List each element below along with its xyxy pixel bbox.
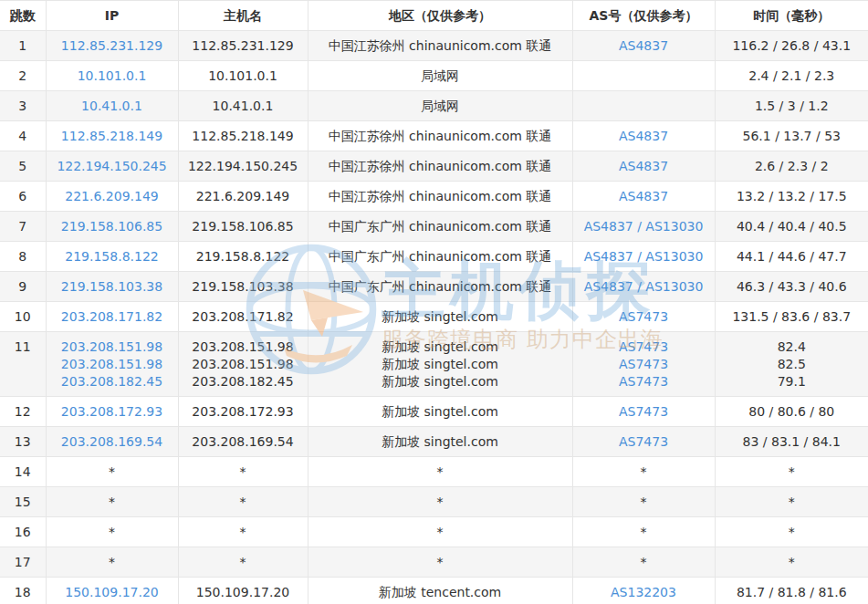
col-header-asn: AS号（仅供参考） xyxy=(572,1,715,31)
hop-value: 4 xyxy=(18,129,26,143)
host-value: 203.208.151.98 xyxy=(192,339,293,354)
time-value: 13.2 / 13.2 / 17.5 xyxy=(737,189,847,203)
table-row: 15***** xyxy=(0,487,868,517)
region-cell: * xyxy=(308,457,572,487)
ip-link[interactable]: 10.101.0.1 xyxy=(78,68,147,83)
table-row: 310.41.0.110.41.0.1局域网1.5 / 3 / 1.2 xyxy=(0,91,868,121)
host-value: * xyxy=(240,464,246,479)
time-value: 1.5 / 3 / 1.2 xyxy=(755,99,829,113)
ip-value: * xyxy=(109,555,115,569)
time-cell: 40.4 / 40.4 / 40.5 xyxy=(715,212,868,242)
region-cell: 局域网 xyxy=(308,91,572,121)
asn-value: * xyxy=(641,555,647,569)
time-value: * xyxy=(789,464,795,479)
time-value: 131.5 / 83.6 / 83.7 xyxy=(732,309,851,324)
host-value: 112.85.218.149 xyxy=(192,129,293,143)
ip-link[interactable]: 203.208.169.54 xyxy=(61,434,162,449)
time-cell: 13.2 / 13.2 / 17.5 xyxy=(715,182,868,212)
ip-link[interactable]: 122.194.150.245 xyxy=(57,159,166,173)
region-cell: 局域网 xyxy=(308,61,572,91)
asn-link[interactable]: AS7473 xyxy=(619,374,668,389)
asn-link[interactable]: AS7473 xyxy=(619,434,668,449)
time-cell: 2.4 / 2.1 / 2.3 xyxy=(715,61,868,91)
region-cell: 中国广东广州 chinaunicom.com 联通 xyxy=(308,212,572,242)
region-value: 中国江苏徐州 chinaunicom.com 联通 xyxy=(329,129,552,143)
table-row: 210.101.0.110.101.0.1局域网2.4 / 2.1 / 2.3 xyxy=(0,61,868,91)
asn-value: * xyxy=(641,495,647,509)
hop-value: 11 xyxy=(15,339,31,354)
host-cell: * xyxy=(178,457,308,487)
hop-value: 8 xyxy=(18,249,26,264)
region-value: * xyxy=(437,555,444,569)
ip-link[interactable]: 10.41.0.1 xyxy=(81,99,142,113)
asn-link[interactable]: AS4837 xyxy=(619,189,668,203)
ip-cell: 10.41.0.1 xyxy=(46,91,178,121)
col-header-time: 时间（毫秒） xyxy=(715,1,868,31)
ip-link[interactable]: 203.208.172.93 xyxy=(61,404,162,419)
time-cell: 46.3 / 43.3 / 40.6 xyxy=(715,272,868,302)
ip-cell: 219.158.106.85 xyxy=(46,212,178,242)
host-value: 203.208.151.98 xyxy=(192,357,293,371)
asn-link[interactable]: AS4837 / AS13030 xyxy=(584,249,704,264)
asn-cell: * xyxy=(572,517,715,547)
asn-link[interactable]: AS4837 xyxy=(619,159,668,173)
ip-link[interactable]: 112.85.231.129 xyxy=(61,38,162,53)
host-value: 219.158.8.122 xyxy=(196,249,289,264)
host-cell: 10.101.0.1 xyxy=(178,61,308,91)
table-row: 11203.208.151.98203.208.151.98203.208.18… xyxy=(0,332,868,397)
time-cell: 80 / 80.6 / 80 xyxy=(715,397,868,427)
region-value: 中国广东广州 chinaunicom.com 联通 xyxy=(329,219,552,234)
asn-link[interactable]: AS7473 xyxy=(619,339,668,354)
asn-cell: AS4837 / AS13030 xyxy=(572,242,715,272)
ip-link[interactable]: 221.6.209.149 xyxy=(65,189,158,203)
host-cell: 203.208.169.54 xyxy=(178,427,308,457)
asn-link[interactable]: AS7473 xyxy=(619,309,668,324)
time-cell: 56.1 / 13.7 / 53 xyxy=(715,121,868,151)
host-value: 10.101.0.1 xyxy=(208,68,277,83)
ip-link[interactable]: 203.208.151.98 xyxy=(61,339,162,354)
asn-link[interactable]: AS7473 xyxy=(619,357,668,371)
asn-link[interactable]: AS4837 / AS13030 xyxy=(584,219,704,234)
hop-value: 17 xyxy=(15,555,31,569)
asn-link[interactable]: AS4837 xyxy=(619,38,668,53)
region-value: 新加坡 singtel.com xyxy=(382,339,498,354)
host-cell: * xyxy=(178,487,308,517)
ip-cell: 150.109.17.20 xyxy=(46,578,178,604)
asn-value: * xyxy=(641,525,647,539)
asn-link[interactable]: AS7473 xyxy=(619,404,668,419)
hop-value: 13 xyxy=(15,434,31,449)
table-row: 8219.158.8.122219.158.8.122中国广东广州 chinau… xyxy=(0,242,868,272)
region-cell: * xyxy=(308,547,572,578)
hop-cell: 8 xyxy=(0,242,46,272)
ip-cell: * xyxy=(46,517,178,547)
ip-link[interactable]: 203.208.151.98 xyxy=(61,357,162,371)
ip-link[interactable]: 203.208.171.82 xyxy=(61,309,162,324)
ip-link[interactable]: 150.109.17.20 xyxy=(65,585,158,599)
ip-link[interactable]: 219.158.8.122 xyxy=(65,249,158,264)
region-cell: 中国江苏徐州 chinaunicom.com 联通 xyxy=(308,182,572,212)
ip-link[interactable]: 112.85.218.149 xyxy=(61,129,162,143)
region-cell: 新加坡 singtel.com xyxy=(308,302,572,332)
hop-cell: 18 xyxy=(0,578,46,604)
ip-link[interactable]: 203.208.182.45 xyxy=(61,374,162,389)
asn-cell: AS4837 xyxy=(572,31,715,61)
asn-link[interactable]: AS4837 xyxy=(619,129,668,143)
host-value: 203.208.169.54 xyxy=(192,434,293,449)
region-value: 新加坡 singtel.com xyxy=(382,357,498,371)
asn-link[interactable]: AS132203 xyxy=(611,585,676,599)
ip-link[interactable]: 219.158.106.85 xyxy=(61,219,162,234)
table-row: 12203.208.172.93203.208.172.93新加坡 singte… xyxy=(0,397,868,427)
table-header: 跳数 IP 主机名 地区（仅供参考） AS号（仅供参考） 时间（毫秒） xyxy=(0,1,868,31)
host-value: 150.109.17.20 xyxy=(196,585,289,599)
host-value: 10.41.0.1 xyxy=(213,99,274,113)
hop-cell: 15 xyxy=(0,487,46,517)
host-cell: 150.109.17.20 xyxy=(178,578,308,604)
ip-cell: 203.208.169.54 xyxy=(46,427,178,457)
time-value: 46.3 / 43.3 / 40.6 xyxy=(737,279,847,294)
ip-link[interactable]: 219.158.103.38 xyxy=(61,279,162,294)
asn-link[interactable]: AS4837 / AS13030 xyxy=(584,279,704,294)
ip-cell: 219.158.103.38 xyxy=(46,272,178,302)
time-cell: 116.2 / 26.8 / 43.1 xyxy=(715,31,868,61)
region-value: 局域网 xyxy=(421,99,459,113)
hop-cell: 12 xyxy=(0,397,46,427)
